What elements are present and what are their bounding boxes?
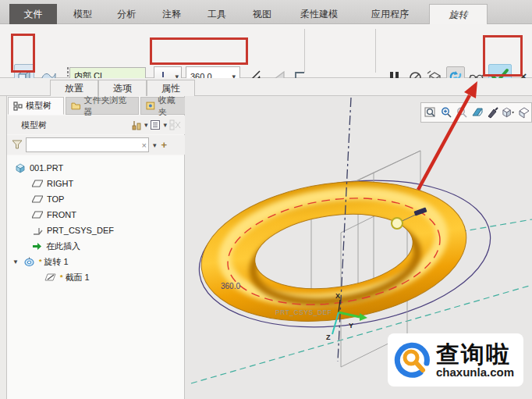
tree-settings-dropdown[interactable]: ▾ (163, 121, 167, 129)
angle-label: 360.0 (221, 282, 240, 290)
triad-z-label: Z (326, 333, 331, 341)
csys-label: PRT_CSYS_DEF (275, 308, 332, 316)
tree-item-csys[interactable]: PRT_CSYS_DEF (7, 223, 184, 238)
tree-tools-dropdown[interactable]: ▾ (144, 121, 148, 129)
tree-search-input[interactable] (26, 137, 149, 152)
expander-icon[interactable]: ▼ (12, 258, 20, 265)
triad-x-label: X (335, 292, 340, 300)
insert-here-icon (32, 242, 42, 251)
csys-icon (32, 226, 43, 235)
tree-item-revolve-1[interactable]: ▼ * 旋转 1 (7, 254, 184, 269)
tree-collapse-icon (169, 119, 182, 130)
tab-flexible-modeling[interactable]: 柔性建模 (287, 4, 351, 24)
clear-search-icon[interactable]: × (142, 141, 147, 150)
drag-handle-circle[interactable] (392, 218, 403, 229)
repaint-icon[interactable] (470, 105, 484, 119)
add-filter-icon[interactable]: + (161, 139, 168, 151)
search-dropdown-arrow[interactable]: ▾ (153, 141, 157, 149)
tree-tools-icon[interactable] (131, 119, 142, 130)
tree-item-section-1[interactable]: * 截面 1 (7, 269, 184, 285)
tree-item-front-plane[interactable]: FRONT (7, 207, 184, 223)
modified-badge: * (60, 273, 63, 281)
sketch-icon (44, 273, 56, 282)
navtab-folder-browser[interactable]: 文件夹浏览器 (66, 97, 139, 115)
revolve-feature-icon (23, 257, 35, 267)
tree-item-top-plane[interactable]: TOP (7, 191, 184, 207)
tab-tools[interactable]: 工具 (198, 4, 236, 24)
model-tree-tab-icon (13, 102, 23, 111)
navigator-panel: 模型树 文件夹浏览器 收藏夹 模型树 ▾ (7, 96, 185, 399)
tab-model[interactable]: 模型 (64, 4, 101, 24)
zoom-in-icon[interactable] (439, 105, 452, 119)
navtab-model-tree[interactable]: 模型树 (8, 97, 64, 115)
datum-plane-icon (32, 211, 43, 219)
application-window: 文件 模型 分析 注释 工具 视图 柔性建模 应用程序 旋转 (0, 0, 532, 399)
tab-annotate[interactable]: 注释 (153, 4, 190, 24)
refit-icon[interactable] (424, 105, 437, 119)
tree-item-insert-here[interactable]: 在此插入 (7, 238, 184, 254)
ribbon-separator (304, 29, 305, 73)
watermark-logo-icon (391, 338, 434, 382)
folder-icon (71, 102, 81, 110)
dashboard-tab-row: 放置 选项 属性 (0, 78, 532, 96)
render-style-icon[interactable] (486, 105, 499, 119)
model-tree: 001.PRT RIGHT TOP FRONT (7, 155, 184, 399)
tree-item-right-plane[interactable]: RIGHT (7, 176, 184, 191)
tab-applications[interactable]: 应用程序 (357, 4, 423, 24)
navtab-favorites[interactable]: 收藏夹 (140, 97, 189, 115)
revolve-dashboard-ribbon: 内部 CL ▾ 360.0 ▾ (0, 24, 532, 78)
tree-settings-icon[interactable] (150, 119, 161, 130)
favorites-icon (146, 102, 155, 110)
filter-funnel-icon[interactable] (12, 140, 23, 150)
watermark-title: 查询啦 (436, 342, 511, 367)
tab-analysis[interactable]: 分析 (108, 4, 145, 24)
saved-views-icon[interactable] (517, 105, 530, 119)
watermark-domain: chaxunla.com (436, 365, 514, 379)
menu-bar: 文件 模型 分析 注释 工具 视图 柔性建模 应用程序 旋转 (0, 0, 532, 24)
display-style-icon[interactable] (502, 105, 515, 119)
highlight-box-solid (11, 34, 35, 73)
triad-y-label: Y (349, 322, 353, 330)
zoom-out-icon[interactable] (455, 105, 468, 119)
modified-badge: * (39, 258, 42, 265)
watermark: 查询啦 chaxunla.com (388, 333, 523, 387)
datum-plane-icon (32, 180, 43, 187)
ribbon-separator (375, 29, 376, 73)
tab-view[interactable]: 视图 (243, 4, 281, 24)
model-tree-title: 模型树 (21, 119, 47, 131)
part-icon (15, 163, 26, 173)
datum-plane-icon (32, 195, 43, 203)
tree-item-part[interactable]: 001.PRT (7, 160, 184, 176)
tab-revolve[interactable]: 旋转 (429, 4, 488, 25)
tree-filter-row: × ▾ + (7, 135, 185, 155)
highlight-box-angle (150, 37, 248, 65)
highlight-box-ok (483, 35, 523, 77)
tab-file[interactable]: 文件 (9, 4, 57, 24)
model-tree-header: 模型树 ▾ ▾ (7, 116, 185, 134)
graphics-toolbar (420, 102, 532, 123)
